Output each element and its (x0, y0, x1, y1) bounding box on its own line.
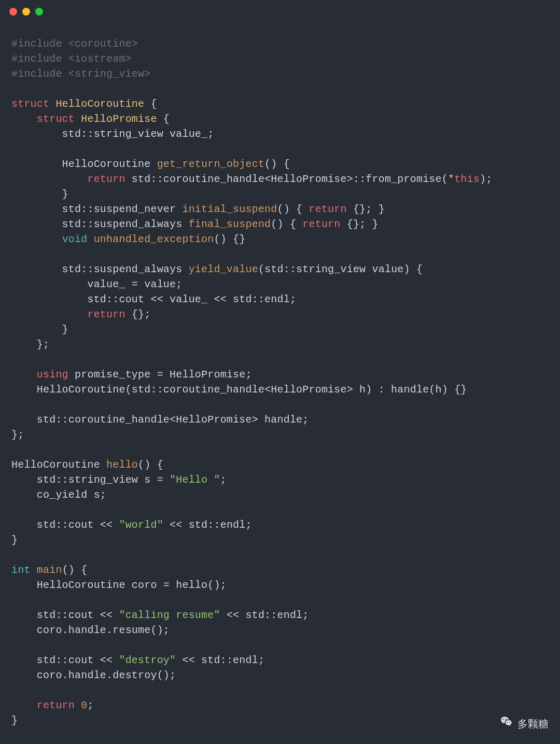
code-text: { (157, 113, 170, 125)
code-text: ); (480, 173, 492, 185)
window-titlebar (0, 0, 560, 23)
code-text: promise_type = HelloPromise; (68, 369, 252, 381)
code-text: std::cout << (11, 654, 119, 666)
code-line: }; (11, 339, 49, 350)
function-name: initial_suspend (182, 203, 277, 215)
keyword-return: return (309, 203, 347, 215)
code-text: std::suspend_always (11, 218, 189, 230)
code-text (11, 699, 37, 711)
watermark: 多颗糖 (500, 715, 549, 733)
code-text: HelloCoroutine (11, 158, 157, 170)
code-text: std::string_view s = (11, 474, 170, 486)
function-name: get_return_object (157, 158, 264, 170)
code-line: } (11, 714, 18, 726)
code-text (31, 564, 37, 576)
function-name: hello (106, 459, 138, 471)
code-text: std::suspend_always (11, 263, 189, 275)
code-text: std::coroutine_handle<HelloPromise>::fro… (125, 173, 455, 185)
zoom-icon[interactable] (35, 8, 43, 16)
code-text (11, 308, 87, 320)
code-text (11, 369, 37, 381)
wechat-icon (500, 715, 513, 733)
code-line: } (11, 188, 68, 200)
code-line: } (11, 534, 18, 546)
code-line: std::cout << value_ << std::endl; (11, 293, 296, 305)
type-name: HelloPromise (75, 113, 157, 125)
code-text: () { (138, 459, 163, 471)
code-text (11, 113, 37, 125)
keyword-return: return (87, 308, 125, 320)
code-text: << std::endl; (220, 609, 309, 621)
code-line: coro.handle.destroy(); (11, 669, 176, 681)
close-icon[interactable] (9, 8, 17, 16)
watermark-text: 多颗糖 (517, 717, 549, 732)
keyword-return: return (302, 218, 340, 230)
function-name: main (37, 564, 62, 576)
keyword-int: int (11, 564, 31, 576)
string-literal: "Hello " (170, 474, 220, 486)
code-text: HelloCoroutine (11, 459, 106, 471)
keyword-struct: struct (11, 98, 49, 110)
code-text: { (144, 98, 157, 110)
type-name: HelloCoroutine (49, 98, 144, 110)
code-line: coro.handle.resume(); (11, 624, 170, 636)
string-literal: "destroy" (119, 654, 176, 666)
code-text (87, 233, 93, 245)
code-line: #include <coroutine> (11, 38, 138, 50)
minimize-icon[interactable] (22, 8, 30, 16)
code-line: #include <string_view> (11, 68, 150, 80)
function-name: final_suspend (189, 218, 271, 230)
code-text (11, 233, 62, 245)
code-block: #include <coroutine> #include <iostream>… (0, 23, 560, 739)
code-line: co_yield s; (11, 489, 106, 501)
number-literal: 0 (81, 699, 87, 711)
code-text: << std::endl; (176, 654, 264, 666)
code-line: HelloCoroutine(std::coroutine_handle<Hel… (11, 384, 467, 396)
code-text (75, 699, 81, 711)
keyword-this: this (454, 173, 480, 185)
code-text: () { (277, 203, 309, 215)
code-text: {}; } (347, 203, 385, 215)
keyword-struct: struct (37, 113, 75, 125)
code-text (11, 173, 87, 185)
code-line: } (11, 324, 68, 335)
code-text: std::cout << (11, 519, 119, 531)
code-text: std::cout << (11, 609, 119, 621)
code-text: () { (62, 564, 88, 576)
function-name: unhandled_exception (94, 233, 214, 245)
keyword-using: using (37, 369, 68, 381)
code-text: (std::string_view value) { (258, 263, 423, 275)
code-text: std::suspend_never (11, 203, 182, 215)
code-line: value_ = value; (11, 278, 182, 290)
code-text: () { (264, 158, 290, 170)
code-line: std::coroutine_handle<HelloPromise> hand… (11, 414, 309, 426)
code-text: () {} (214, 233, 245, 245)
keyword-void: void (62, 233, 88, 245)
code-text: {}; (125, 308, 151, 320)
code-text: << std::endl; (163, 519, 252, 531)
keyword-return: return (87, 173, 125, 185)
code-text: ; (220, 474, 227, 486)
code-line: std::string_view value_; (11, 128, 214, 140)
code-text: ; (87, 699, 93, 711)
code-line: #include <iostream> (11, 53, 132, 65)
code-line: }; (11, 429, 24, 441)
function-name: yield_value (189, 263, 258, 275)
code-line: HelloCoroutine coro = hello(); (11, 579, 227, 591)
string-literal: "world" (119, 519, 163, 531)
code-text: () { (271, 218, 302, 230)
code-text: {}; } (341, 218, 379, 230)
string-literal: "calling resume" (119, 609, 220, 621)
keyword-return: return (37, 699, 75, 711)
